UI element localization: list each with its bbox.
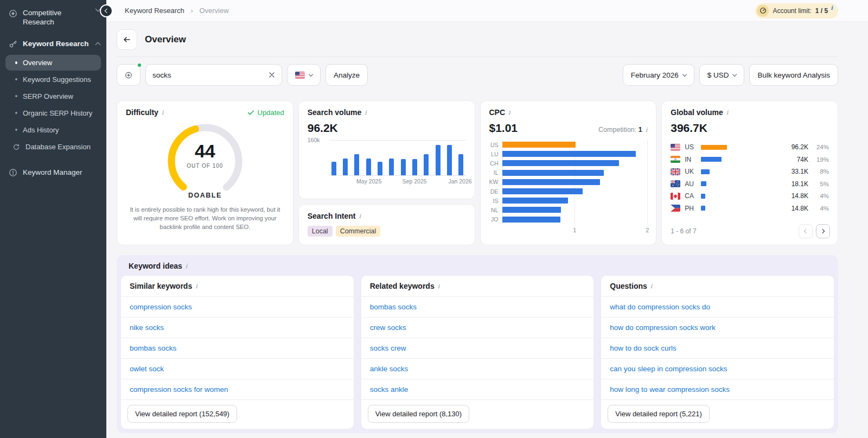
keyword-link[interactable]: bombas socks	[121, 338, 354, 359]
keyword-link[interactable]: bombas socks	[361, 297, 594, 318]
info-icon[interactable]: i	[646, 126, 648, 134]
search-volume-chart: 160k	[329, 140, 466, 176]
view-detailed-report-button[interactable]: View detailed report (5,221)	[608, 405, 709, 423]
cpc-value: $1.01	[489, 122, 518, 135]
cpc-bar	[502, 207, 561, 213]
keyword-ideas-section: Keyword ideasi Similar keywordsi compres…	[117, 255, 838, 433]
sidebar-item-organic-serp-history[interactable]: Organic SERP History	[5, 105, 101, 121]
volume-bar	[701, 157, 722, 162]
country-volume-row: IN74K19%	[671, 154, 829, 166]
circle-exclamation-icon	[9, 168, 17, 177]
volume-bar	[458, 154, 463, 175]
info-icon[interactable]: i	[365, 109, 367, 116]
keyword-link[interactable]: ankle socks	[361, 359, 594, 379]
volume-value: 33.1K	[792, 168, 808, 175]
chevron-down-icon	[732, 72, 737, 77]
view-detailed-report-button[interactable]: View detailed report (152,549)	[127, 405, 237, 423]
cpc-country-row: JO	[489, 215, 648, 224]
view-detailed-report-button[interactable]: View detailed report (8,130)	[368, 405, 469, 423]
sidebar-subnav: Overview Keyword Suggestions SERP Overvi…	[0, 53, 106, 159]
clear-icon[interactable]	[269, 72, 275, 78]
cpc-country-row: CH	[489, 158, 648, 168]
keyword-link[interactable]: socks ankle	[361, 379, 594, 400]
sidebar-item-keyword-suggestions[interactable]: Keyword Suggestions	[5, 72, 101, 87]
card-title: Questionsi	[601, 276, 834, 297]
volume-bar	[343, 158, 348, 175]
keyword-link[interactable]: socks crew	[361, 338, 594, 359]
keyword-link[interactable]: compression socks for women	[121, 379, 354, 400]
sidebar-item-database-expansion[interactable]: Database Expansion	[5, 139, 101, 155]
back-button[interactable]	[117, 29, 137, 50]
plus-circle-icon	[125, 70, 132, 80]
prev-page-button[interactable]	[799, 224, 813, 238]
sidebar-item-overview[interactable]: Overview	[5, 55, 101, 71]
volume-bar	[401, 159, 406, 175]
bullet-icon	[15, 61, 17, 64]
chevron-down-icon	[309, 72, 313, 77]
sidebar-item-serp-overview[interactable]: SERP Overview	[5, 88, 101, 104]
keyword-link[interactable]: how long to wear compression socks	[601, 379, 834, 400]
analyze-button[interactable]: Analyze	[326, 64, 368, 86]
info-icon[interactable]: i	[650, 283, 653, 290]
toolbar-right: February 2026 $ USD Bulk keyword Analysi…	[623, 64, 838, 86]
keyword-link[interactable]: compression socks	[121, 297, 354, 318]
info-icon[interactable]: i	[508, 109, 510, 116]
info-icon[interactable]: i	[438, 283, 440, 290]
account-limit-label: Account limit:	[773, 7, 811, 15]
keyword-link[interactable]: can you sleep in compression socks	[601, 359, 834, 379]
bullet-icon	[15, 112, 17, 114]
country-label: JO	[489, 216, 502, 223]
volume-bar	[701, 181, 706, 186]
volume-value: 18.1K	[792, 180, 808, 188]
sidebar-item-keyword-research[interactable]: Keyword Research	[0, 31, 106, 53]
period-select[interactable]: February 2026	[623, 64, 694, 86]
country-code: CA	[685, 192, 697, 200]
country-code: PH	[685, 205, 697, 212]
keyword-link[interactable]: crew socks	[361, 318, 594, 338]
sidebar-item-ads-history[interactable]: Ads History	[5, 122, 101, 138]
search-input[interactable]	[152, 71, 264, 79]
sidebar-item-competitive-research[interactable]: Competitive Research	[0, 0, 106, 31]
keyword-link[interactable]: owlet sock	[121, 359, 354, 379]
bulk-analysis-button[interactable]: Bulk keyword Analysis	[749, 64, 838, 86]
country-select[interactable]	[287, 64, 321, 86]
account-limit-value: 1 / 5	[815, 7, 828, 15]
info-icon[interactable]: i	[726, 109, 729, 116]
us-flag-icon	[295, 72, 305, 79]
volume-value: 14.8K	[792, 205, 808, 212]
sidebar-item-keyword-manager[interactable]: Keyword Manager	[0, 159, 106, 181]
info-icon[interactable]: i	[831, 5, 833, 11]
app-window: Competitive Research Keyword Research Ov…	[0, 0, 868, 438]
keyword-link[interactable]: how to do sock curls	[601, 338, 834, 359]
keyword-link[interactable]: nike socks	[121, 318, 354, 338]
info-icon[interactable]: i	[359, 213, 361, 220]
sidebar-item-label: SERP Overview	[23, 92, 73, 100]
x-axis-label: May 2025	[356, 178, 381, 185]
updated-status: Updated	[247, 109, 284, 117]
difficulty-score: 44	[159, 142, 251, 160]
keyword-link[interactable]: how do compression socks work	[601, 318, 834, 338]
info-icon[interactable]: i	[195, 283, 197, 290]
breadcrumb-parent[interactable]: Keyword Research	[125, 7, 184, 15]
ca-flag-icon	[671, 193, 680, 200]
info-icon[interactable]: i	[186, 263, 188, 270]
volume-percent: 4%	[813, 193, 829, 199]
sidebar-collapse-button[interactable]	[100, 4, 113, 17]
search-volume-value: 96.2K	[308, 122, 466, 135]
x-axis-label: Sep 2025	[403, 178, 427, 185]
add-keyword-button[interactable]	[117, 64, 141, 86]
country-volume-row: US96.2K24%	[671, 141, 829, 154]
next-page-button[interactable]	[816, 224, 830, 238]
search-intent-card: Search Intenti Local Commercial	[298, 204, 475, 245]
gauge-icon	[757, 5, 769, 17]
country-volume-row: CA14.8K4%	[671, 190, 829, 202]
volume-bar	[701, 194, 705, 199]
cpc-bar	[502, 179, 601, 185]
sidebar-item-label: Keyword Research	[23, 40, 91, 48]
volume-percent: 19%	[813, 156, 829, 163]
keyword-link[interactable]: what do compression socks do	[601, 297, 834, 318]
keyword-search-field[interactable]	[145, 64, 282, 86]
country-label: US	[489, 142, 502, 148]
info-icon[interactable]: i	[162, 109, 164, 116]
currency-select[interactable]: $ USD	[699, 64, 745, 86]
